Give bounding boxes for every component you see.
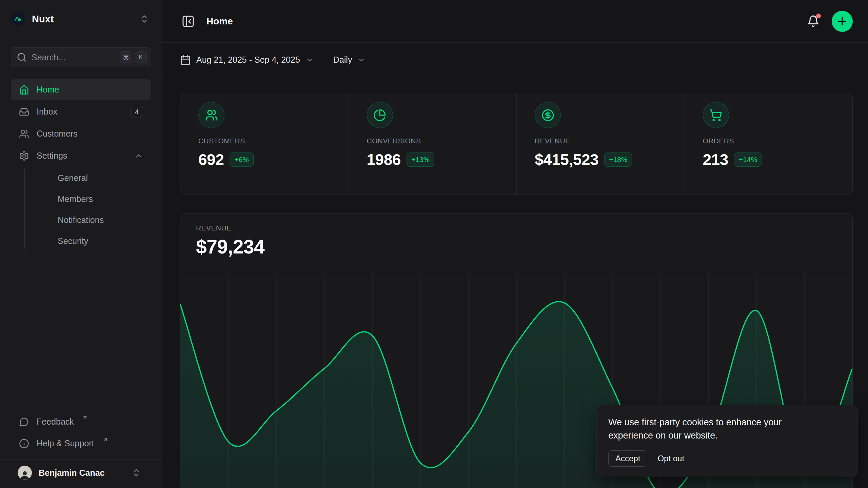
sidebar-item-label: Home bbox=[37, 85, 59, 95]
sidebar-nav: Home Inbox 4 Customers Settings bbox=[11, 79, 151, 251]
page-title: Home bbox=[206, 16, 233, 27]
sidebar: Nuxt Search... ⌘ K Home bbox=[0, 0, 162, 488]
chevron-down-icon bbox=[305, 56, 314, 64]
cookie-banner: We use first-party cookies to enhance yo… bbox=[596, 405, 858, 477]
home-icon bbox=[19, 85, 29, 95]
opt-out-button[interactable]: Opt out bbox=[657, 451, 684, 466]
settings-sub-list: General Members Notifications Security bbox=[11, 167, 151, 251]
period-select[interactable]: Daily bbox=[333, 55, 366, 65]
stat-card-orders[interactable]: ORDERS 213 +14% bbox=[685, 93, 853, 195]
stat-label: CUSTOMERS bbox=[198, 137, 342, 145]
arrow-up-right-icon bbox=[82, 415, 88, 421]
sidebar-item-label: Customers bbox=[37, 129, 78, 139]
search-input[interactable]: Search... ⌘ K bbox=[11, 47, 151, 67]
stats-row: CUSTOMERS 692 +6% CONVERSIONS 1986 +13% bbox=[180, 93, 853, 195]
stat-delta-badge: +6% bbox=[230, 152, 254, 167]
sidebar-item-settings[interactable]: Settings bbox=[11, 145, 151, 166]
sidebar-item-notifications[interactable]: Notifications bbox=[11, 209, 151, 230]
revenue-label: REVENUE bbox=[196, 224, 852, 232]
sidebar-item-label: Inbox bbox=[37, 107, 57, 117]
feedback-label: Feedback bbox=[37, 417, 74, 427]
arrow-up-right-icon bbox=[102, 436, 108, 442]
chevron-down-icon bbox=[357, 56, 366, 64]
sidebar-item-customers[interactable]: Customers bbox=[11, 123, 151, 144]
avatar bbox=[18, 466, 32, 480]
stat-delta-badge: +18% bbox=[604, 152, 632, 167]
accept-button[interactable]: Accept bbox=[608, 450, 647, 467]
add-button[interactable] bbox=[832, 11, 853, 32]
chat-bubble-icon bbox=[19, 417, 29, 427]
users-icon bbox=[198, 102, 224, 128]
sidebar-item-members[interactable]: Members bbox=[11, 188, 151, 209]
stat-delta-badge: +14% bbox=[734, 152, 762, 167]
stat-card-revenue[interactable]: REVENUE $415,523 +18% bbox=[516, 93, 685, 195]
stat-value: 1986 bbox=[367, 150, 401, 169]
period-value: Daily bbox=[333, 55, 352, 65]
search-icon bbox=[17, 52, 27, 62]
plus-icon bbox=[836, 15, 848, 27]
cookie-message: We use first-party cookies to enhance yo… bbox=[608, 416, 808, 442]
stat-label: ORDERS bbox=[703, 137, 846, 145]
nuxt-logo-icon bbox=[11, 12, 25, 26]
help-support-link[interactable]: Help & Support bbox=[11, 433, 151, 454]
stat-value: 692 bbox=[198, 150, 224, 169]
stat-value: 213 bbox=[703, 150, 728, 169]
sidebar-item-label: Settings bbox=[37, 151, 67, 161]
sidebar-item-home[interactable]: Home bbox=[11, 79, 151, 100]
stat-label: CONVERSIONS bbox=[367, 137, 510, 145]
sidebar-item-inbox[interactable]: Inbox 4 bbox=[11, 101, 151, 122]
kbd-cmd: ⌘ bbox=[120, 52, 132, 63]
feedback-link[interactable]: Feedback bbox=[11, 411, 151, 432]
stat-label: REVENUE bbox=[535, 137, 678, 145]
shopping-cart-icon bbox=[703, 102, 729, 128]
top-bar: Home bbox=[162, 0, 868, 43]
help-support-label: Help & Support bbox=[37, 439, 94, 448]
kbd-k: K bbox=[135, 52, 147, 63]
date-range-value: Aug 21, 2025 - Sep 4, 2025 bbox=[196, 55, 300, 65]
gear-icon bbox=[19, 151, 29, 161]
notifications-button[interactable] bbox=[805, 13, 822, 29]
panel-left-close-icon[interactable] bbox=[179, 13, 197, 30]
chevrons-up-down-icon[interactable] bbox=[138, 12, 151, 26]
stat-value: $415,523 bbox=[535, 150, 598, 169]
stat-card-conversions[interactable]: CONVERSIONS 1986 +13% bbox=[349, 93, 517, 195]
sidebar-item-general[interactable]: General bbox=[11, 167, 151, 188]
dollar-circle-icon bbox=[535, 102, 561, 128]
brand-name: Nuxt bbox=[32, 14, 54, 25]
notification-dot bbox=[816, 14, 821, 18]
search-placeholder: Search... bbox=[32, 53, 115, 62]
pie-chart-icon bbox=[367, 102, 393, 128]
user-name: Benjamin Canac bbox=[39, 468, 105, 478]
info-circle-icon bbox=[19, 439, 29, 449]
team-switcher[interactable]: Nuxt bbox=[11, 12, 151, 26]
chevrons-up-down-icon bbox=[130, 466, 143, 480]
users-icon bbox=[19, 129, 29, 139]
inbox-count-badge: 4 bbox=[131, 106, 143, 118]
sidebar-item-security[interactable]: Security bbox=[11, 230, 151, 251]
filter-toolbar: Aug 21, 2025 - Sep 4, 2025 Daily bbox=[162, 43, 868, 77]
sidebar-footer: Feedback Help & Support bbox=[11, 411, 151, 454]
date-range-picker[interactable]: Aug 21, 2025 - Sep 4, 2025 bbox=[180, 55, 314, 65]
user-menu[interactable]: Benjamin Canac bbox=[11, 460, 151, 488]
inbox-icon bbox=[19, 107, 29, 117]
chevron-up-icon bbox=[134, 151, 143, 160]
calendar-icon bbox=[180, 55, 191, 65]
stat-delta-badge: +13% bbox=[407, 152, 434, 167]
stat-card-customers[interactable]: CUSTOMERS 692 +6% bbox=[180, 93, 349, 195]
revenue-value: $79,234 bbox=[196, 236, 852, 258]
